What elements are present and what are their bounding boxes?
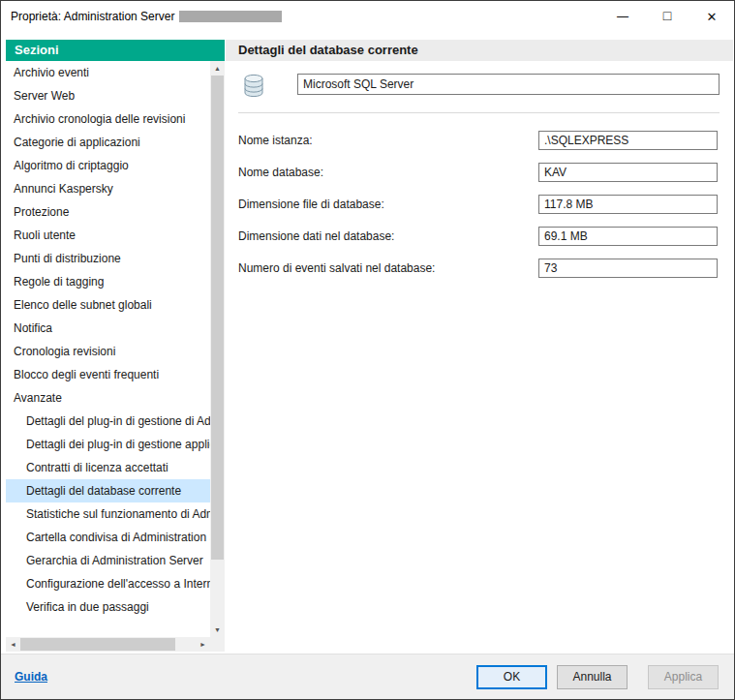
footer: Guida OK Annulla Applica xyxy=(1,654,734,699)
sidebar-item[interactable]: Configurazione dell'accesso a Internet xyxy=(6,572,210,595)
form-row: Numero di eventi salvati nel database: 7… xyxy=(238,259,718,290)
field-value[interactable]: 117.8 MB xyxy=(538,195,718,214)
separator-line xyxy=(238,112,720,113)
sidebar-item[interactable]: Cartella condivisa di Administration Ser… xyxy=(6,526,210,549)
sidebar-item[interactable]: Notifica xyxy=(6,317,210,340)
sidebar-item[interactable]: Ruoli utente xyxy=(6,224,210,247)
apply-button[interactable]: Applica xyxy=(648,665,719,689)
sidebar-item[interactable]: Punti di distribuzione xyxy=(6,247,210,270)
sidebar-item[interactable]: Cronologia revisioni xyxy=(6,340,210,363)
sidebar-item[interactable]: Algoritmo di criptaggio xyxy=(6,154,210,177)
window-controls: — □ ✕ xyxy=(600,1,734,32)
form-row: Nome istanza: .\SQLEXPRESS xyxy=(238,131,718,163)
database-icon xyxy=(241,73,266,100)
footer-buttons: OK Annulla Applica xyxy=(476,665,734,689)
sidebar-item[interactable]: Dettagli dei plug-in di gestione applica… xyxy=(6,433,210,456)
sidebar-item[interactable]: Regole di tagging xyxy=(6,270,210,293)
sidebar-header: Sezioni xyxy=(6,40,225,61)
sidebar-item[interactable]: Verifica in due passaggi xyxy=(6,595,210,619)
horizontal-scrollbar[interactable]: ◄ ► xyxy=(6,637,210,652)
scroll-up-icon[interactable]: ▲ xyxy=(210,61,225,76)
sidebar: Archivio eventiServer WebArchivio cronol… xyxy=(6,61,225,652)
field-value[interactable]: KAV xyxy=(538,163,718,182)
field-value[interactable]: 73 xyxy=(538,259,718,278)
sidebar-item[interactable]: Gerarchia di Administration Server xyxy=(6,549,210,572)
help-link[interactable]: Guida xyxy=(15,670,47,684)
title-redaction-block xyxy=(179,11,282,22)
sidebar-item[interactable]: Annunci Kaspersky xyxy=(6,177,210,200)
maximize-button[interactable]: □ xyxy=(645,1,689,32)
close-button[interactable]: ✕ xyxy=(689,1,734,32)
sidebar-list: Archivio eventiServer WebArchivio cronol… xyxy=(6,61,210,637)
properties-window: Proprietà: Administration Server — □ ✕ S… xyxy=(0,0,735,700)
sidebar-item[interactable]: Dettagli del database corrente xyxy=(6,479,210,502)
cancel-button[interactable]: Annulla xyxy=(557,665,628,689)
sidebar-item[interactable]: Blocco degli eventi frequenti xyxy=(6,363,210,386)
scroll-left-icon[interactable]: ◄ xyxy=(6,637,20,652)
sidebar-item[interactable]: Elenco delle subnet globali xyxy=(6,293,210,317)
sidebar-item[interactable]: Archivio eventi xyxy=(6,61,210,84)
horizontal-scrollbar-thumb[interactable] xyxy=(20,638,175,651)
field-value[interactable]: .\SQLEXPRESS xyxy=(538,131,718,150)
maximize-icon: □ xyxy=(663,9,671,22)
scroll-down-icon[interactable]: ▼ xyxy=(210,623,225,637)
vertical-scrollbar-thumb[interactable] xyxy=(211,76,224,560)
sidebar-item[interactable]: Avanzate xyxy=(6,386,210,410)
main-content: Nome istanza: .\SQLEXPRESS Nome database… xyxy=(226,61,733,654)
minimize-button[interactable]: — xyxy=(600,1,645,32)
page-title: Dettagli del database corrente xyxy=(226,40,733,61)
vertical-scrollbar[interactable]: ▲ ▼ xyxy=(210,61,225,637)
titlebar: Proprietà: Administration Server — □ ✕ xyxy=(1,1,734,32)
window-title: Proprietà: Administration Server xyxy=(11,10,282,23)
field-value[interactable]: 69.1 MB xyxy=(538,227,718,246)
sidebar-item[interactable]: Categorie di applicazioni xyxy=(6,131,210,154)
window-title-text: Proprietà: Administration Server xyxy=(11,10,174,23)
ok-button[interactable]: OK xyxy=(476,665,547,689)
close-icon: ✕ xyxy=(707,11,718,23)
scrollbar-corner xyxy=(210,637,225,652)
sidebar-item[interactable]: Dettagli del plug-in di gestione di Admi… xyxy=(6,410,210,433)
form-row: Dimensione file di database: 117.8 MB xyxy=(238,195,718,227)
scroll-right-icon[interactable]: ► xyxy=(196,637,210,652)
minimize-icon: — xyxy=(617,11,628,22)
sidebar-item[interactable]: Archivio cronologia delle revisioni xyxy=(6,107,210,131)
database-type-input[interactable] xyxy=(297,74,720,95)
database-details-form: Nome istanza: .\SQLEXPRESS Nome database… xyxy=(238,131,718,290)
sidebar-item[interactable]: Contratti di licenza accettati xyxy=(6,456,210,479)
database-type-row xyxy=(241,73,720,100)
form-row: Dimensione dati nel database: 69.1 MB xyxy=(238,227,718,259)
sidebar-item[interactable]: Statistiche sul funzionamento di Adminis xyxy=(6,502,210,526)
sidebar-item[interactable]: Protezione xyxy=(6,200,210,224)
sidebar-item[interactable]: Server Web xyxy=(6,84,210,107)
form-row: Nome database: KAV xyxy=(238,163,718,195)
